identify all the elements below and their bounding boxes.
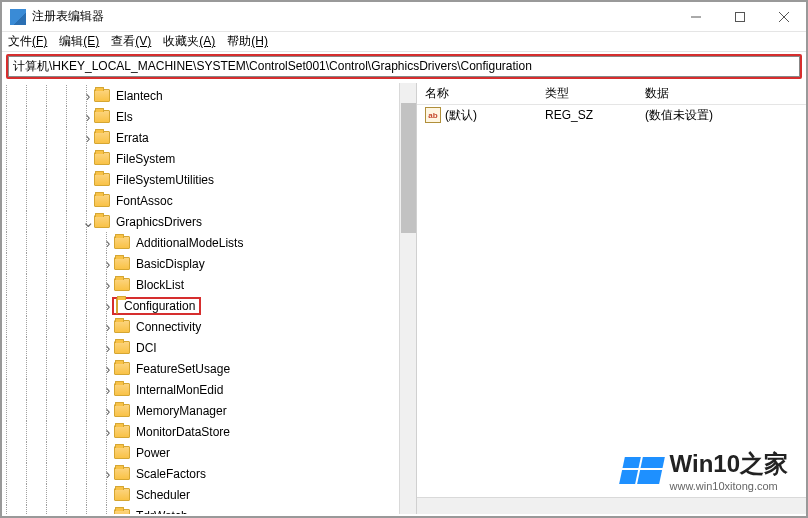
folder-icon <box>94 89 110 102</box>
tree-item[interactable]: ›ScaleFactors <box>2 463 416 484</box>
tree-item[interactable]: ›MemoryManager <box>2 400 416 421</box>
collapse-icon[interactable]: ⌄ <box>82 216 94 227</box>
maximize-button[interactable] <box>718 2 762 32</box>
tree-label: FeatureSetUsage <box>134 362 232 376</box>
tree-item[interactable]: ›Els <box>2 106 416 127</box>
address-bar[interactable] <box>8 56 800 77</box>
tree-item[interactable]: ›DCI <box>2 337 416 358</box>
tree-label: MemoryManager <box>134 404 229 418</box>
col-type[interactable]: 类型 <box>537 85 637 102</box>
value-type: REG_SZ <box>537 108 637 122</box>
expand-icon[interactable]: › <box>102 258 114 269</box>
menu-help[interactable]: 帮助(H) <box>227 33 268 50</box>
window-title: 注册表编辑器 <box>32 8 104 25</box>
folder-icon <box>114 446 130 459</box>
folder-icon <box>114 404 130 417</box>
tree-item[interactable]: ›Elantech <box>2 85 416 106</box>
tree-item[interactable]: ›BasicDisplay <box>2 253 416 274</box>
tree-label: FileSystem <box>114 152 177 166</box>
folder-icon <box>114 488 130 501</box>
tree-item[interactable]: ›AdditionalModeLists <box>2 232 416 253</box>
folder-icon <box>94 110 110 123</box>
tree-item[interactable]: FontAssoc <box>2 190 416 211</box>
tree-item[interactable]: ›Connectivity <box>2 316 416 337</box>
tree-item[interactable]: ›TdrWatch <box>2 505 416 514</box>
expand-icon[interactable]: › <box>82 132 94 143</box>
menu-file[interactable]: 文件(F) <box>8 33 47 50</box>
expand-icon[interactable]: › <box>82 111 94 122</box>
scroll-thumb[interactable] <box>401 103 416 233</box>
folder-icon <box>114 425 130 438</box>
string-value-icon: ab <box>425 107 441 123</box>
tree-item[interactable]: FileSystem <box>2 148 416 169</box>
tree-item[interactable]: ⌄GraphicsDrivers <box>2 211 416 232</box>
list-header: 名称 类型 数据 <box>417 83 806 105</box>
expand-icon[interactable]: › <box>102 237 114 248</box>
tree-label: Configuration <box>122 299 197 313</box>
folder-icon <box>114 278 130 291</box>
expand-icon[interactable]: › <box>102 384 114 395</box>
folder-icon <box>94 173 110 186</box>
expand-icon[interactable]: › <box>102 468 114 479</box>
tree-label: TdrWatch <box>134 509 190 515</box>
folder-icon <box>114 467 130 480</box>
tree-label: Scheduler <box>134 488 192 502</box>
tree-label: MonitorDataStore <box>134 425 232 439</box>
tree-label: InternalMonEdid <box>134 383 225 397</box>
svg-rect-1 <box>736 12 745 21</box>
expand-icon[interactable]: › <box>82 90 94 101</box>
menu-bar: 文件(F) 编辑(E) 查看(V) 收藏夹(A) 帮助(H) <box>2 32 806 52</box>
expand-icon[interactable]: › <box>102 342 114 353</box>
menu-favorites[interactable]: 收藏夹(A) <box>163 33 215 50</box>
tree-item[interactable]: FileSystemUtilities <box>2 169 416 190</box>
tree-label: Power <box>134 446 172 460</box>
value-name: (默认) <box>445 108 477 122</box>
tree-item[interactable]: ›FeatureSetUsage <box>2 358 416 379</box>
tree-label: DCI <box>134 341 159 355</box>
tree-item[interactable]: Power <box>2 442 416 463</box>
col-name[interactable]: 名称 <box>417 85 537 102</box>
tree-item[interactable]: ›Errata <box>2 127 416 148</box>
app-icon <box>10 9 26 25</box>
expand-icon[interactable]: › <box>102 510 114 514</box>
folder-icon <box>94 131 110 144</box>
expand-icon[interactable]: › <box>102 426 114 437</box>
menu-edit[interactable]: 编辑(E) <box>59 33 99 50</box>
list-h-scrollbar[interactable] <box>417 497 806 514</box>
expand-icon[interactable]: › <box>102 363 114 374</box>
col-data[interactable]: 数据 <box>637 85 806 102</box>
minimize-button[interactable] <box>674 2 718 32</box>
tree-label: Elantech <box>114 89 165 103</box>
tree-label: FileSystemUtilities <box>114 173 216 187</box>
folder-icon <box>114 257 130 270</box>
tree-label: FontAssoc <box>114 194 175 208</box>
tree-item[interactable]: ›InternalMonEdid <box>2 379 416 400</box>
folder-icon <box>114 236 130 249</box>
tree-label: ScaleFactors <box>134 467 208 481</box>
expand-icon[interactable]: › <box>102 405 114 416</box>
tree-label: Errata <box>114 131 151 145</box>
tree-label: BlockList <box>134 278 186 292</box>
tree-view[interactable]: ›Elantech›Els›ErrataFileSystemFileSystem… <box>2 83 416 514</box>
tree-label: AdditionalModeLists <box>134 236 245 250</box>
tree-item[interactable]: Scheduler <box>2 484 416 505</box>
folder-icon <box>114 320 130 333</box>
folder-icon <box>114 383 130 396</box>
tree-label: BasicDisplay <box>134 257 207 271</box>
expand-icon[interactable]: › <box>102 321 114 332</box>
tree-label: Els <box>114 110 135 124</box>
value-data: (数值未设置) <box>637 107 806 124</box>
folder-icon <box>114 341 130 354</box>
tree-scrollbar[interactable] <box>399 83 416 514</box>
close-button[interactable] <box>762 2 806 32</box>
expand-icon[interactable]: › <box>102 279 114 290</box>
menu-view[interactable]: 查看(V) <box>111 33 151 50</box>
folder-icon <box>94 194 110 207</box>
tree-item[interactable]: ›Configuration <box>2 295 416 316</box>
folder-icon <box>94 152 110 165</box>
selected-item-highlight: Configuration <box>112 297 201 315</box>
list-row[interactable]: ab(默认) REG_SZ (数值未设置) <box>417 105 806 125</box>
folder-icon <box>116 298 118 314</box>
tree-item[interactable]: ›MonitorDataStore <box>2 421 416 442</box>
tree-item[interactable]: ›BlockList <box>2 274 416 295</box>
